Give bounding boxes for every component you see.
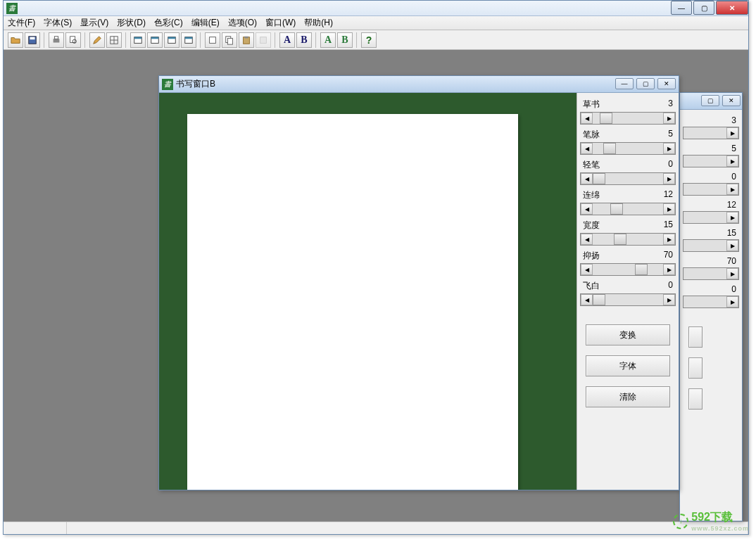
pencil-icon[interactable] [89, 32, 105, 48]
scroll-right-icon[interactable]: ▶ [663, 173, 675, 184]
font-button[interactable]: 字体 [586, 355, 670, 376]
slider-track[interactable]: ▶ [683, 267, 739, 280]
slider-track[interactable]: ▶ [683, 183, 739, 196]
style-a-button[interactable]: A [279, 32, 295, 48]
menu-shape[interactable]: 形状(D) [117, 17, 146, 29]
scroll-right-icon[interactable]: ▶ [726, 240, 738, 251]
slider-track[interactable]: ▶ [683, 296, 739, 308]
back-transform-button[interactable] [688, 326, 703, 348]
menu-help[interactable]: 帮助(H) [304, 17, 333, 29]
slider-thumb[interactable] [600, 113, 612, 124]
slider-scrollbar[interactable]: ◀▶ [580, 263, 676, 276]
scroll-left-icon[interactable]: ◀ [581, 113, 593, 124]
scroll-left-icon[interactable]: ◀ [581, 294, 593, 305]
menu-edit[interactable]: 编辑(E) [191, 17, 220, 29]
scroll-right-icon[interactable]: ▶ [663, 143, 675, 154]
cut-icon[interactable] [205, 32, 220, 48]
scroll-right-icon[interactable]: ▶ [726, 296, 738, 307]
slider-track[interactable] [593, 143, 663, 154]
menu-font[interactable]: 字体(S) [44, 17, 72, 29]
scroll-right-icon[interactable]: ▶ [663, 203, 675, 215]
open-icon[interactable] [8, 32, 23, 48]
slider-track[interactable] [593, 113, 663, 124]
slider-value: 0 [731, 172, 736, 182]
back-clear-button[interactable] [688, 388, 703, 410]
window3-icon[interactable] [164, 32, 179, 48]
slider-scrollbar[interactable]: ◀▶ [580, 233, 676, 246]
child-minimize-button[interactable] [615, 78, 634, 89]
paper[interactable] [187, 114, 518, 490]
scroll-left-icon[interactable]: ◀ [581, 264, 593, 275]
main-maximize-button[interactable] [693, 1, 714, 15]
slider-track[interactable]: ▶ [683, 127, 739, 139]
slider-thumb[interactable] [614, 234, 626, 245]
slider-track[interactable]: ▶ [683, 211, 739, 224]
slider-track[interactable]: ▶ [683, 239, 739, 252]
slider-scrollbar[interactable]: ◀▶ [580, 142, 676, 155]
style-b-button[interactable]: B [296, 32, 312, 48]
slider-thumb[interactable] [610, 203, 623, 215]
slider-thumb[interactable] [593, 173, 605, 184]
slider-track[interactable] [593, 294, 663, 305]
child-front-titlebar[interactable]: 書 书写窗口B [159, 76, 679, 93]
slider-track[interactable] [593, 264, 663, 275]
slider-thumb[interactable] [593, 294, 605, 305]
scroll-right-icon[interactable]: ▶ [663, 264, 675, 275]
menu-file[interactable]: 文件(F) [8, 17, 35, 29]
style-b-green-button[interactable]: B [337, 32, 353, 48]
menu-window[interactable]: 窗口(W) [265, 17, 296, 29]
scroll-right-icon[interactable]: ▶ [663, 113, 675, 124]
scroll-right-icon[interactable]: ▶ [726, 268, 738, 279]
child-window-front[interactable]: 書 书写窗口B 草书3◀▶笔脉5◀▶轻笔0◀▶连绵12◀▶宽度15◀▶抑扬70◀… [158, 75, 679, 490]
save-icon[interactable] [25, 32, 40, 48]
main-minimize-button[interactable] [671, 1, 692, 15]
style-a-green-button[interactable]: A [320, 32, 336, 48]
scroll-left-icon[interactable]: ◀ [581, 143, 593, 154]
window4-icon[interactable] [181, 32, 196, 48]
slider-track[interactable]: ▶ [683, 155, 739, 167]
paste-icon[interactable] [239, 32, 254, 48]
slider-value: 3 [731, 115, 736, 125]
window2-icon[interactable] [147, 32, 163, 48]
slider-scrollbar[interactable]: ◀▶ [580, 112, 676, 125]
canvas-area[interactable] [159, 93, 577, 490]
child-back-maximize-button[interactable] [701, 95, 719, 106]
help-icon[interactable]: ? [361, 32, 377, 48]
slider-thumb[interactable] [635, 264, 648, 275]
menu-color[interactable]: 色彩(C) [154, 17, 183, 29]
scroll-left-icon[interactable]: ◀ [581, 234, 593, 245]
slider-scrollbar[interactable]: ◀▶ [580, 203, 676, 215]
scroll-right-icon[interactable]: ▶ [663, 234, 675, 245]
transform-button[interactable]: 变换 [586, 324, 670, 345]
slider-scrollbar[interactable]: ◀▶ [580, 293, 676, 306]
back-font-button[interactable] [688, 357, 703, 379]
slider-track[interactable] [593, 173, 663, 184]
slider-scrollbar[interactable]: ◀▶ [580, 172, 676, 185]
scroll-right-icon[interactable]: ▶ [663, 294, 675, 305]
child-back-titlebar[interactable] [680, 93, 742, 110]
clear-button[interactable]: 清除 [586, 386, 670, 407]
scroll-left-icon[interactable]: ◀ [581, 203, 593, 215]
main-close-button[interactable] [716, 1, 748, 15]
menu-view[interactable]: 显示(V) [80, 17, 108, 29]
scroll-right-icon[interactable]: ▶ [726, 212, 738, 223]
slider-track[interactable] [593, 234, 663, 245]
scroll-right-icon[interactable]: ▶ [726, 156, 738, 167]
main-titlebar[interactable]: 書 [4, 1, 748, 16]
slider-track[interactable] [593, 203, 663, 215]
copy-icon[interactable] [222, 32, 237, 48]
preview-icon[interactable] [65, 32, 81, 48]
delete-icon[interactable] [256, 32, 271, 48]
print-icon[interactable] [49, 32, 64, 48]
child-maximize-button[interactable] [636, 78, 655, 89]
child-close-button[interactable] [657, 78, 676, 89]
scroll-left-icon[interactable]: ◀ [581, 173, 593, 184]
grid-icon[interactable] [106, 32, 122, 48]
child-window-back[interactable]: 3 ▶ 5 ▶ 0 ▶ 12 ▶ 15 ▶ [679, 92, 743, 521]
scroll-right-icon[interactable]: ▶ [726, 127, 738, 139]
child-back-close-button[interactable] [722, 95, 741, 106]
scroll-right-icon[interactable]: ▶ [726, 184, 738, 195]
menu-option[interactable]: 选项(O) [228, 17, 257, 29]
slider-thumb[interactable] [603, 143, 616, 154]
window1-icon[interactable] [130, 32, 146, 48]
